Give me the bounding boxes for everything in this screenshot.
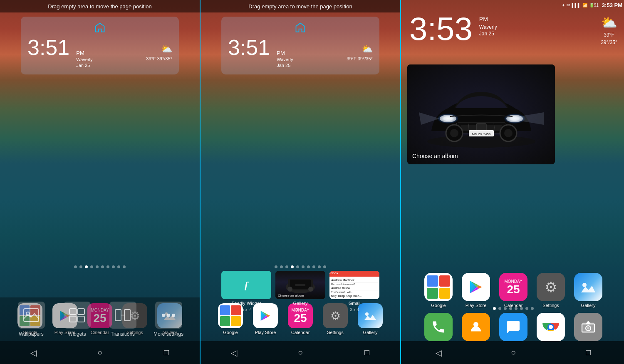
gmail-preview: inbox Andrew Martinez Re: Lunch tomorrow… bbox=[329, 271, 379, 299]
gmail-widget-size: 3 x 3 bbox=[350, 307, 359, 312]
dot-7[interactable] bbox=[112, 265, 115, 268]
dot-5[interactable] bbox=[101, 265, 104, 268]
svg-rect-6 bbox=[69, 316, 76, 322]
transitions-label: Transitions bbox=[111, 331, 135, 337]
dot-6[interactable] bbox=[106, 265, 109, 268]
panel1-drag-hint: Drag empty area to move the page positio… bbox=[0, 0, 200, 12]
svg-point-13 bbox=[172, 314, 175, 317]
p3-dot-3[interactable] bbox=[509, 307, 512, 310]
p3-dot-7[interactable] bbox=[531, 307, 534, 310]
p2-settings-label: Settings bbox=[327, 330, 344, 335]
p3-contacts-app[interactable] bbox=[459, 313, 493, 341]
svg-point-11 bbox=[162, 314, 165, 317]
p3-app-gallery[interactable]: Gallery bbox=[572, 273, 605, 308]
panel1-nav-bar: ◁ ○ □ bbox=[0, 341, 200, 364]
p2-nav-back[interactable]: ◁ bbox=[225, 344, 242, 361]
p3-camera-app[interactable] bbox=[572, 313, 605, 341]
dot-8[interactable] bbox=[117, 265, 120, 268]
panel2-weather: ⛅ 39°F 39°/35° bbox=[347, 44, 373, 61]
menu-widgets[interactable]: Widgets bbox=[58, 302, 96, 337]
wallpapers-label: Wallpapers bbox=[19, 331, 44, 337]
panel1-clock-time: 3:51 bbox=[27, 37, 69, 58]
svg-point-21 bbox=[427, 135, 535, 148]
gallery-preview: Choose an album bbox=[275, 271, 325, 299]
panel2-home-icon-container bbox=[228, 22, 373, 33]
dot-9[interactable] bbox=[123, 265, 126, 268]
panel3-nav-bar: ◁ ○ □ bbox=[401, 341, 624, 364]
panel1-widget-card[interactable]: 3:51 PM Waverly Jan 25 ⛅ 39°F 39°/35° bbox=[21, 17, 179, 74]
menu-wallpapers[interactable]: Wallpapers bbox=[12, 302, 50, 337]
panel3-app-dock: Google bbox=[401, 273, 624, 308]
p3-dot-2[interactable] bbox=[504, 307, 507, 310]
feedly-widget-size: 5 x 2 bbox=[242, 307, 251, 312]
svg-point-43 bbox=[549, 325, 553, 329]
panel3-page-dots bbox=[401, 307, 624, 310]
p3-calendar-icon: Monday 25 bbox=[499, 273, 527, 301]
svg-point-12 bbox=[167, 314, 170, 317]
wallpapers-icon bbox=[18, 302, 45, 329]
p3-dot-0[interactable] bbox=[493, 307, 496, 310]
feedly-widget-thumb[interactable]: f Feedly Widget 5 x 2 bbox=[221, 271, 271, 312]
gallery-widget-size: 3 x 1 bbox=[296, 307, 305, 312]
svg-point-3 bbox=[29, 315, 32, 317]
menu-more-settings[interactable]: More settings bbox=[150, 302, 187, 337]
signal-icon: ▌▌▌ bbox=[572, 3, 580, 7]
dot-0[interactable] bbox=[74, 265, 77, 268]
nav-back[interactable]: ◁ bbox=[25, 344, 42, 361]
svg-point-46 bbox=[587, 327, 589, 329]
car-album-label: Choose an album bbox=[412, 153, 458, 159]
p2-nav-home[interactable]: ○ bbox=[292, 344, 309, 361]
p3-nav-home[interactable]: ○ bbox=[505, 344, 522, 361]
contacts-icon bbox=[462, 313, 490, 341]
gmail-widget-name: Gmail bbox=[349, 301, 361, 306]
panel3-meta: PM Waverly Jan 25 bbox=[479, 12, 497, 37]
p3-dot-4[interactable] bbox=[515, 307, 518, 310]
panel3-bottom-bar bbox=[401, 313, 624, 341]
panel3-clock: 3:53 PM Waverly Jan 25 bbox=[409, 12, 497, 45]
chrome-icon bbox=[537, 313, 565, 341]
p3-weather-temp: 39°F bbox=[604, 32, 614, 38]
p3-messages-app[interactable] bbox=[497, 313, 530, 341]
svg-point-38 bbox=[582, 283, 587, 287]
p3-chrome-app[interactable] bbox=[534, 313, 567, 341]
p3-app-google[interactable]: Google bbox=[422, 273, 455, 308]
car-svg: MN ZX 2456 bbox=[415, 77, 548, 152]
dot-1[interactable] bbox=[79, 265, 82, 268]
p3-app-settings[interactable]: ⚙ Settings bbox=[534, 273, 567, 308]
panel2-widget-card[interactable]: 3:51 PM Waverly Jan 25 ⛅ 39°F 39°/35° bbox=[221, 17, 379, 74]
svg-rect-4 bbox=[69, 309, 76, 314]
p3-phone-app[interactable] bbox=[422, 313, 455, 341]
phone-icon bbox=[424, 313, 453, 341]
divider-1 bbox=[200, 0, 201, 364]
p3-playstore-icon bbox=[462, 273, 490, 301]
dot-4[interactable] bbox=[96, 265, 99, 268]
camera-icon bbox=[574, 313, 602, 341]
home-icon-container bbox=[27, 22, 172, 33]
p2-calendar-label: Calendar bbox=[291, 330, 310, 335]
panel1-bottom-menu: Wallpapers Widgets Transiti bbox=[0, 297, 200, 341]
svg-point-39 bbox=[473, 322, 478, 327]
p3-dot-5[interactable] bbox=[520, 307, 523, 310]
p3-nav-back[interactable]: ◁ bbox=[430, 344, 447, 361]
dot-3[interactable] bbox=[90, 265, 93, 268]
svg-rect-7 bbox=[78, 316, 84, 322]
panel1-weather: ⛅ 39°F 39°/35° bbox=[146, 44, 172, 61]
p3-dot-6[interactable] bbox=[525, 307, 528, 310]
car-album-widget[interactable]: MN ZX 2456 Choose an album bbox=[407, 64, 555, 164]
gallery-widget-thumb[interactable]: Choose an album Gallery 3 x 1 bbox=[275, 271, 325, 312]
menu-transitions[interactable]: Transitions bbox=[104, 302, 141, 337]
p3-dot-1[interactable] bbox=[498, 307, 501, 310]
nav-recents[interactable]: □ bbox=[158, 344, 175, 361]
wifi-icon: 📶 bbox=[582, 3, 587, 7]
feedly-widget-name: Feedly Widget bbox=[232, 301, 261, 306]
p3-weather-icon: ⛅ bbox=[601, 15, 617, 30]
svg-rect-27 bbox=[476, 124, 486, 131]
p2-nav-recents[interactable]: □ bbox=[359, 344, 375, 361]
p3-app-calendar[interactable]: Monday 25 Calendar bbox=[497, 273, 530, 308]
gmail-widget-thumb[interactable]: inbox Andrew Martinez Re: Lunch tomorrow… bbox=[329, 271, 379, 312]
dot-2[interactable] bbox=[85, 265, 88, 268]
nav-home[interactable]: ○ bbox=[92, 344, 108, 361]
p3-app-playstore[interactable]: Play Store bbox=[459, 273, 493, 308]
p3-nav-recents[interactable]: □ bbox=[580, 344, 597, 361]
panel3-status-bar: ✦ ✉ ▌▌▌ 📶 🔋91 3:53 PM bbox=[401, 0, 624, 10]
